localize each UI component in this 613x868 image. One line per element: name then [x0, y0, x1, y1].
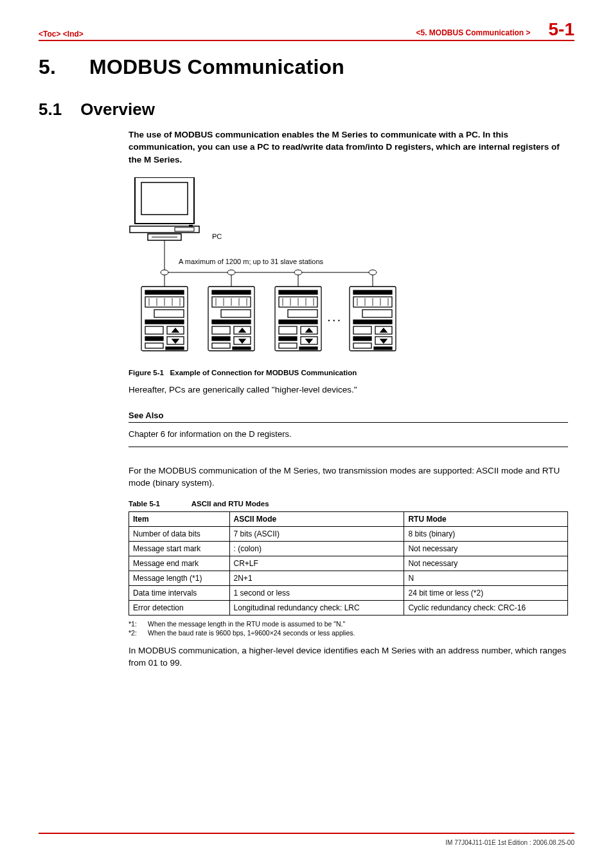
chapter-title: 5. MODBUS Communication	[39, 55, 574, 79]
svg-rect-30	[212, 290, 251, 294]
svg-rect-57	[279, 337, 297, 341]
table-row: Error detection Longitudinal redundancy …	[129, 600, 568, 615]
table-footnotes: *1: When the message length in the RTU m…	[129, 619, 568, 637]
svg-rect-53	[288, 310, 317, 317]
svg-rect-39	[212, 326, 230, 334]
svg-rect-76	[374, 347, 392, 350]
modes-intro: For the MODBUS communication of the M Se…	[129, 465, 568, 490]
svg-rect-37	[221, 310, 251, 317]
svg-rect-70	[353, 320, 392, 324]
svg-rect-75	[353, 343, 371, 348]
see-also-heading: See Also	[129, 411, 568, 423]
svg-rect-71	[353, 326, 371, 334]
cell: Cyclic redundancy check: CRC-16	[404, 600, 568, 615]
footnote-mark: *1:	[129, 619, 148, 628]
svg-rect-27	[145, 343, 163, 348]
svg-rect-59	[279, 343, 297, 348]
modes-table: Item ASCII Mode RTU Mode Number of data …	[129, 511, 568, 616]
svg-rect-54	[279, 320, 317, 324]
svg-rect-28	[166, 347, 184, 350]
svg-rect-41	[212, 337, 230, 341]
figure-label: Figure 5-1	[129, 369, 164, 376]
cell: CR+LF	[229, 556, 404, 571]
svg-rect-62	[353, 290, 392, 294]
footnote-text: When the message length in the RTU mode …	[148, 619, 345, 628]
table-row: Number of data bits 7 bits (ASCII) 8 bit…	[129, 526, 568, 541]
table-row: Message end mark CR+LF Not necessary	[129, 556, 568, 571]
figure-caption-text: Example of Connection for MODBUS Communi…	[170, 369, 357, 376]
after-figure-text: Hereafter, PCs are generically called "h…	[129, 384, 568, 396]
bus-label: A maximum of 1200 m; up to 31 slave stat…	[179, 258, 324, 265]
ellipsis: . . .	[328, 313, 340, 323]
page-footer: IM 77J04J11-01E 1st Edition : 2006.08.25…	[39, 833, 574, 846]
figure-5-1: PC A maximum of 1200 m; up to 31 slave s…	[129, 177, 568, 376]
cell: Longitudinal redundancy check: LRC	[229, 600, 404, 615]
cell: Not necessary	[404, 541, 568, 556]
connection-diagram: PC A maximum of 1200 m; up to 31 slave s…	[129, 177, 398, 364]
svg-rect-46	[279, 290, 317, 294]
svg-rect-14	[145, 290, 184, 294]
svg-rect-38	[212, 320, 251, 324]
svg-rect-69	[362, 310, 392, 317]
svg-rect-73	[353, 337, 371, 341]
chapter-number: 5.	[39, 55, 84, 79]
svg-rect-1	[141, 182, 188, 215]
cell: 8 bits (binary)	[404, 526, 568, 541]
see-also-body: Chapter 6 for information on the D regis…	[129, 429, 568, 447]
table-caption-text: ASCII and RTU Modes	[191, 500, 269, 508]
cell: 24 bit time or less (*2)	[404, 585, 568, 600]
ind-link[interactable]: <Ind>	[63, 30, 84, 39]
th-item: Item	[129, 511, 230, 526]
svg-rect-55	[279, 326, 297, 334]
table-row: Data time intervals 1 second or less 24 …	[129, 585, 568, 600]
section-number: 5.1	[39, 100, 76, 120]
table-label: Table 5-1	[129, 500, 190, 508]
svg-rect-25	[145, 337, 163, 341]
lead-paragraph: The use of MODBUS communication enables …	[129, 128, 568, 166]
svg-rect-43	[212, 343, 230, 348]
pc-label: PC	[212, 233, 222, 240]
cell: Number of data bits	[129, 526, 230, 541]
svg-rect-4	[189, 225, 193, 227]
section-title: 5.1 Overview	[39, 100, 574, 120]
footnote-text: When the baud rate is 9600 bps, 1÷9600×2…	[148, 628, 355, 637]
cell: Message length (*1)	[129, 571, 230, 585]
cell: : (colon)	[229, 541, 404, 556]
cell: Data time intervals	[129, 585, 230, 600]
cell: Message start mark	[129, 541, 230, 556]
header-breadcrumb[interactable]: <5. MODBUS Communication >	[416, 28, 531, 37]
cell: N	[404, 571, 568, 585]
table-row: Message length (*1) 2N+1 N	[129, 571, 568, 585]
footnote-mark: *2:	[129, 628, 148, 637]
svg-rect-60	[299, 347, 317, 350]
th-ascii: ASCII Mode	[229, 511, 404, 526]
cell: Error detection	[129, 600, 230, 615]
cell: 7 bits (ASCII)	[229, 526, 404, 541]
cell: Message end mark	[129, 556, 230, 571]
table-header-row: Item ASCII Mode RTU Mode	[129, 511, 568, 526]
cell: 2N+1	[229, 571, 404, 585]
svg-rect-44	[233, 347, 251, 350]
svg-rect-22	[145, 320, 184, 324]
page-header: <Toc> <Ind> <5. MODBUS Communication > 5…	[39, 21, 574, 41]
page-number: 5-1	[549, 21, 574, 39]
section-text: Overview	[80, 100, 155, 119]
chapter-text: MODBUS Communication	[89, 55, 344, 78]
toc-link[interactable]: <Toc>	[39, 30, 60, 39]
footer-text: IM 77J04J11-01E 1st Edition : 2006.08.25…	[445, 839, 574, 846]
svg-rect-21	[154, 310, 184, 317]
table-row: Message start mark : (colon) Not necessa…	[129, 541, 568, 556]
cell: 1 second or less	[229, 585, 404, 600]
closing-paragraph: In MODBUS communication, a higher-level …	[129, 645, 568, 669]
cell: Not necessary	[404, 556, 568, 571]
th-rtu: RTU Mode	[404, 511, 568, 526]
svg-rect-3	[175, 227, 194, 231]
svg-rect-23	[145, 326, 163, 334]
